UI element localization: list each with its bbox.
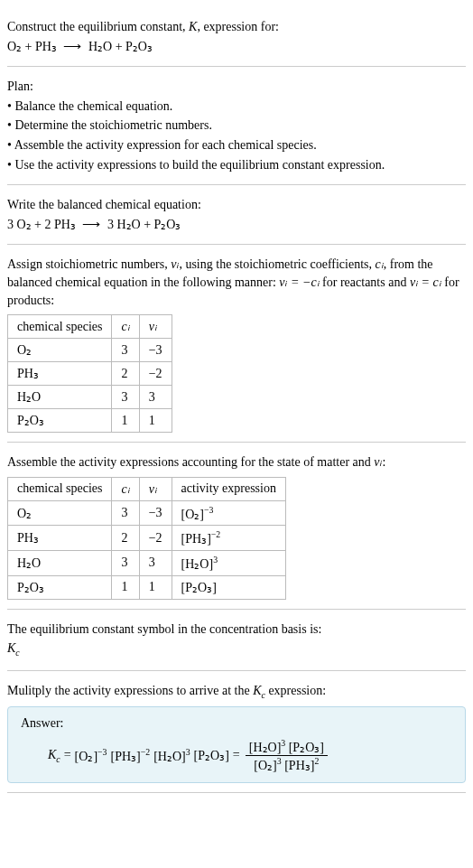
cell-expr: [PH₃]−2	[172, 526, 285, 551]
cell-species: PH₃	[8, 526, 112, 551]
eq-sign-2: =	[233, 748, 240, 762]
num-b: [P₂O₃]	[289, 741, 324, 754]
activity-h1: chemical species	[8, 477, 112, 500]
table-row: P₂O₃ 1 1	[8, 409, 172, 433]
den-a: [O₂]3	[254, 759, 281, 772]
plan-bullet-1: • Balance the chemical equation.	[7, 98, 466, 116]
cell-nu: 1	[139, 575, 172, 599]
cell-nu: 1	[139, 409, 172, 433]
fraction-numerator: [H₂O]3 [P₂O₃]	[246, 738, 328, 756]
cell-species: H₂O	[8, 551, 112, 576]
balanced-section: Write the balanced chemical equation: 3 …	[7, 185, 466, 245]
expr-base: [PH₃]	[181, 532, 211, 546]
term4: [P₂O₃]	[194, 748, 229, 763]
intro-text-a: Construct the equilibrium constant,	[7, 20, 189, 33]
table-header-row: chemical species cᵢ νᵢ	[8, 315, 172, 339]
term1: [O₂]−3	[75, 747, 107, 764]
cell-c: 2	[112, 526, 139, 551]
intro-section: Construct the equilibrium constant, K, e…	[7, 7, 466, 67]
intro-text-c: , expression for:	[197, 20, 279, 33]
stoich-text: Assign stoichiometric numbers, νᵢ, using…	[7, 256, 466, 309]
cell-c: 3	[112, 386, 139, 409]
table-row: H₂O 3 3 [H₂O]3	[8, 551, 286, 576]
cell-expr: [O₂]−3	[172, 500, 285, 526]
cell-c: 3	[112, 551, 139, 576]
multiply-kc: Kc	[253, 684, 265, 697]
cell-nu: −2	[139, 526, 172, 551]
table-row: O₂ 3 −3	[8, 339, 172, 362]
activity-section: Assemble the activity expressions accoun…	[7, 443, 466, 610]
stoich-h1: chemical species	[8, 315, 112, 339]
expr-base: [H₂O]	[181, 557, 214, 571]
multiply-section: Mulitply the activity expressions to arr…	[7, 671, 466, 793]
kc-symbol: Kc	[7, 639, 466, 659]
cell-species: O₂	[8, 339, 112, 362]
stoich-text-a: Assign stoichiometric numbers,	[7, 257, 171, 271]
stoich-c: cᵢ	[376, 257, 384, 271]
cell-species: O₂	[8, 500, 112, 526]
term3: [H₂O]3	[153, 747, 190, 764]
stoich-rel1: νᵢ = −cᵢ	[279, 275, 319, 289]
symbol-section: The equilibrium constant symbol in the c…	[7, 610, 466, 671]
cell-nu: −3	[139, 500, 172, 526]
den-b: [PH₃]2	[284, 759, 319, 772]
num-a: [H₂O]3	[249, 741, 285, 754]
activity-h4: activity expression	[172, 477, 285, 500]
activity-h3: νᵢ	[139, 477, 172, 500]
multiply-text: Mulitply the activity expressions to arr…	[7, 682, 466, 702]
activity-table: chemical species cᵢ νᵢ activity expressi…	[7, 477, 286, 600]
activity-text-a: Assemble the activity expressions accoun…	[7, 455, 374, 469]
answer-formula: Kc = [O₂]−3 [PH₃]−2 [H₂O]3 [P₂O₃] = [H₂O…	[21, 738, 452, 772]
cell-nu: 3	[139, 386, 172, 409]
symbol-text: The equilibrium constant symbol in the c…	[7, 621, 466, 639]
fraction-denominator: [O₂]3 [PH₃]2	[250, 756, 322, 773]
table-header-row: chemical species cᵢ νᵢ activity expressi…	[8, 477, 286, 500]
plan-heading: Plan:	[7, 78, 466, 96]
intro-k: K	[189, 20, 197, 33]
intro-line: Construct the equilibrium constant, K, e…	[7, 18, 466, 36]
table-row: PH₃ 2 −2	[8, 362, 172, 386]
intro-equation: O₂ + PH₃ ⟶ H₂O + P₂O₃	[7, 38, 466, 56]
arrow-icon: ⟶	[82, 218, 100, 231]
eq-sign: =	[64, 748, 71, 762]
cell-expr: [H₂O]3	[172, 551, 285, 576]
activity-h2: cᵢ	[112, 477, 139, 500]
cell-nu: −2	[139, 362, 172, 386]
table-row: H₂O 3 3	[8, 386, 172, 409]
activity-nu: νᵢ	[374, 455, 382, 469]
cell-c: 1	[112, 409, 139, 433]
fraction: [H₂O]3 [P₂O₃] [O₂]3 [PH₃]2	[246, 738, 328, 772]
balanced-equation: 3 O₂ + 2 PH₃ ⟶ 3 H₂O + P₂O₃	[7, 216, 466, 234]
stoich-h2: cᵢ	[112, 315, 139, 339]
cell-species: H₂O	[8, 386, 112, 409]
balanced-eq-rhs: 3 H₂O + P₂O₃	[107, 218, 181, 231]
term2: [PH₃]−2	[110, 747, 150, 764]
table-row: P₂O₃ 1 1 [P₂O₃]	[8, 575, 286, 599]
plan-bullet-3: • Assemble the activity expression for e…	[7, 136, 466, 154]
table-row: PH₃ 2 −2 [PH₃]−2	[8, 526, 286, 551]
balanced-heading: Write the balanced chemical equation:	[7, 196, 466, 214]
plan-bullet-2: • Determine the stoichiometric numbers.	[7, 117, 466, 135]
multiply-text-b: expression:	[265, 684, 326, 697]
cell-c: 3	[112, 339, 139, 362]
expr-exp: −3	[204, 505, 213, 515]
intro-eq-lhs: O₂ + PH₃	[7, 40, 57, 53]
kc-sub: c	[15, 648, 19, 658]
stoich-section: Assign stoichiometric numbers, νᵢ, using…	[7, 245, 466, 443]
cell-species: P₂O₃	[8, 575, 112, 599]
stoich-text-d: for reactants and	[320, 275, 410, 289]
activity-text-b: :	[383, 455, 386, 469]
expr-exp: −2	[211, 529, 220, 539]
cell-c: 3	[112, 500, 139, 526]
cell-expr: [P₂O₃]	[172, 575, 285, 599]
multiply-text-a: Mulitply the activity expressions to arr…	[7, 684, 253, 697]
kc-k: K	[7, 641, 15, 655]
stoich-table: chemical species cᵢ νᵢ O₂ 3 −3 PH₃ 2 −2 …	[7, 314, 172, 433]
expr-exp: 3	[213, 555, 218, 565]
stoich-h3: νᵢ	[139, 315, 172, 339]
cell-species: PH₃	[8, 362, 112, 386]
answer-kc: Kc	[48, 748, 60, 764]
plan-bullet-4: • Use the activity expressions to build …	[7, 156, 466, 174]
cell-nu: −3	[139, 339, 172, 362]
stoich-text-b: , using the stoichiometric coefficients,	[179, 257, 375, 271]
